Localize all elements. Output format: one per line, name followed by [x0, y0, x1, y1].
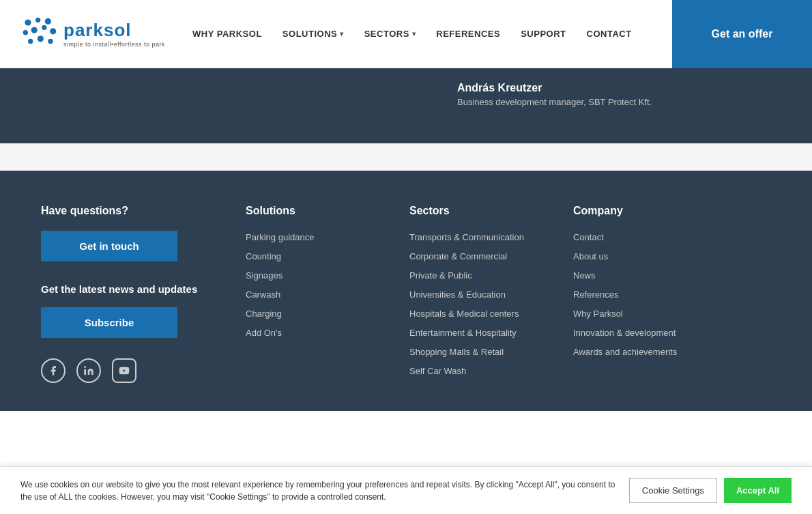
linkedin-icon[interactable]: [76, 358, 101, 383]
youtube-icon[interactable]: [112, 358, 136, 383]
list-item: Awards and achievements: [573, 345, 710, 358]
list-item: Carwash: [246, 288, 396, 300]
shopping-link[interactable]: Shopping Malls & Retail: [409, 347, 504, 357]
footer-sectors-heading: Sectors: [409, 205, 560, 217]
list-item: Private & Public: [409, 269, 560, 281]
get-in-touch-button[interactable]: Get in touch: [41, 231, 177, 261]
nav-support[interactable]: SUPPORT: [521, 29, 566, 39]
contact-link[interactable]: Contact: [573, 232, 604, 242]
list-item: Innovation & development: [573, 326, 710, 339]
chevron-down-icon: ▾: [412, 30, 416, 38]
footer-col-sectors: Sectors Transports & Communication Corpo…: [409, 205, 560, 384]
site-header: parksol simple to install•effortless to …: [0, 0, 812, 68]
logo[interactable]: parksol simple to install•effortless to …: [20, 15, 165, 53]
list-item: News: [573, 269, 710, 281]
nav-sectors[interactable]: SECTORS ▾: [364, 29, 416, 39]
transports-link[interactable]: Transports & Communication: [409, 232, 524, 242]
charging-link[interactable]: Charging: [246, 309, 282, 319]
footer-solutions-heading: Solutions: [246, 205, 396, 217]
addons-link[interactable]: Add On's: [246, 328, 282, 338]
svg-point-3: [23, 30, 28, 35]
get-an-offer-button[interactable]: Get an offer: [672, 0, 812, 68]
sectors-list: Transports & Communication Corporate & C…: [409, 231, 560, 377]
svg-point-0: [25, 19, 31, 25]
newsletter-title: Get the latest news and updates: [41, 282, 232, 296]
separator: [0, 143, 812, 171]
news-link[interactable]: News: [573, 270, 596, 281]
testimonial-content: András Kreutzer Business development man…: [457, 82, 792, 107]
footer-company-heading: Company: [573, 205, 710, 217]
signages-link[interactable]: Signages: [246, 270, 282, 281]
testimonial-title: Business development manager, SBT Protec…: [457, 97, 792, 107]
list-item: About us: [573, 250, 710, 262]
selfcarwash-link[interactable]: Self Car Wash: [409, 366, 466, 376]
list-item: Transports & Communication: [409, 231, 560, 243]
footer-col-questions: Have questions? Get in touch Get the lat…: [41, 205, 232, 384]
svg-point-6: [50, 28, 56, 34]
list-item: Parking guidance: [246, 231, 396, 243]
entertainment-link[interactable]: Entertainment & Hospitality: [409, 328, 517, 338]
list-item: Universities & Education: [409, 288, 560, 300]
svg-point-1: [35, 18, 40, 23]
hospitals-link[interactable]: Hospitals & Medical centers: [409, 309, 519, 319]
logo-icon: [20, 15, 58, 53]
list-item: Charging: [246, 307, 396, 319]
social-icons: [41, 358, 232, 383]
testimonial-section: András Kreutzer Business development man…: [0, 68, 812, 143]
footer-grid: Have questions? Get in touch Get the lat…: [41, 205, 771, 384]
svg-point-7: [28, 39, 33, 44]
svg-point-9: [48, 39, 53, 44]
why-parksol-link[interactable]: Why Parksol: [573, 309, 623, 319]
svg-point-8: [38, 35, 44, 42]
nav-why-parksol[interactable]: WHY PARKSOL: [192, 29, 262, 39]
list-item: Entertainment & Hospitality: [409, 326, 560, 339]
newsletter-section: Get the latest news and updates Subscrib…: [41, 282, 232, 338]
svg-point-4: [31, 27, 38, 33]
list-item: References: [573, 288, 710, 300]
company-list: Contact About us News References Why Par…: [573, 231, 710, 358]
parking-guidance-link[interactable]: Parking guidance: [246, 232, 314, 242]
about-link[interactable]: About us: [573, 251, 608, 261]
facebook-icon[interactable]: [41, 358, 66, 383]
footer-questions-heading: Have questions?: [41, 205, 232, 217]
list-item: Self Car Wash: [409, 365, 560, 377]
references-link[interactable]: References: [573, 289, 618, 300]
svg-point-11: [84, 366, 86, 368]
nav-solutions[interactable]: SOLUTIONS ▾: [282, 29, 344, 39]
corporate-link[interactable]: Corporate & Commercial: [409, 251, 507, 261]
awards-link[interactable]: Awards and achievements: [573, 347, 677, 357]
svg-rect-10: [84, 369, 86, 375]
logo-text: parksol simple to install•effortless to …: [63, 20, 165, 48]
private-link[interactable]: Private & Public: [409, 270, 472, 281]
site-footer: Have questions? Get in touch Get the lat…: [0, 171, 812, 411]
list-item: Counting: [246, 250, 396, 262]
footer-col-company: Company Contact About us News References…: [573, 205, 710, 384]
list-item: Signages: [246, 269, 396, 281]
universities-link[interactable]: Universities & Education: [409, 289, 506, 300]
nav-references[interactable]: REFERENCES: [436, 29, 500, 39]
list-item: Why Parksol: [573, 307, 710, 319]
list-item: Add On's: [246, 326, 396, 339]
chevron-down-icon: ▾: [340, 30, 344, 38]
nav-contact[interactable]: CONTACT: [587, 29, 632, 39]
list-item: Hospitals & Medical centers: [409, 307, 560, 319]
list-item: Contact: [573, 231, 710, 243]
innovation-link[interactable]: Innovation & development: [573, 328, 676, 338]
svg-point-2: [45, 18, 51, 25]
list-item: Shopping Malls & Retail: [409, 345, 560, 358]
svg-point-5: [42, 25, 46, 30]
testimonial-name: András Kreutzer: [457, 82, 792, 94]
list-item: Corporate & Commercial: [409, 250, 560, 262]
solutions-list: Parking guidance Counting Signages Carwa…: [246, 231, 396, 339]
carwash-link[interactable]: Carwash: [246, 289, 280, 300]
subscribe-button[interactable]: Subscribe: [41, 307, 177, 338]
counting-link[interactable]: Counting: [246, 251, 281, 261]
footer-col-solutions: Solutions Parking guidance Counting Sign…: [246, 205, 396, 384]
